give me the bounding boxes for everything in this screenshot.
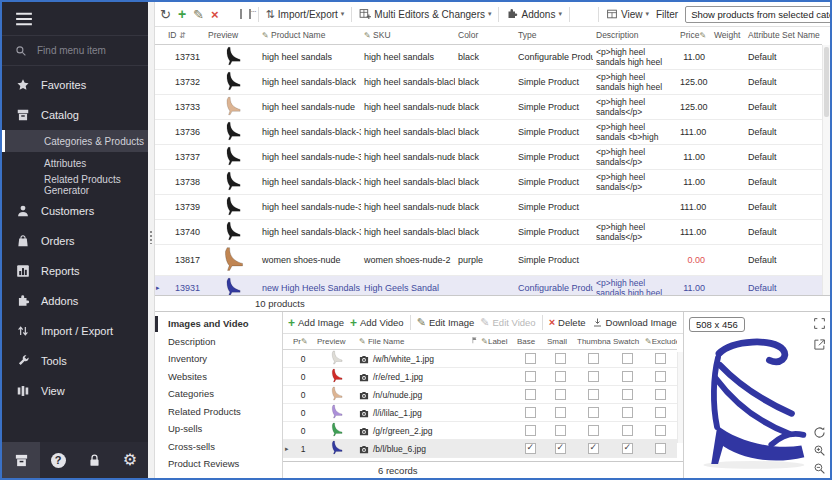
column-header-name[interactable]: ✎ Product Name [259, 27, 361, 45]
column-header-small[interactable]: Small [545, 334, 575, 350]
checkbox-exclude[interactable] [655, 389, 666, 400]
product-row[interactable]: 13740high heel sandals-black-38high heel… [155, 220, 822, 245]
image-row[interactable]: ▸1/b/l/blue_6.jpg [283, 440, 677, 458]
column-header-id[interactable]: ID ⇵ [165, 27, 205, 45]
image-row[interactable]: 0/l/i/lilac_1.jpg [283, 404, 677, 422]
addons-button[interactable]: Addons▾ [506, 8, 561, 20]
sidebar-item-customers[interactable]: Customers [2, 196, 148, 226]
column-header-weight[interactable]: Weight [711, 27, 745, 45]
lock-button[interactable] [76, 442, 112, 478]
add-video-button[interactable]: +Add Video [350, 317, 404, 329]
checkbox-thumbnail[interactable] [588, 353, 599, 364]
product-row[interactable]: 13737high heel sandals-nude-36high heel … [155, 145, 822, 170]
image-row[interactable]: 0/w/h/white_1.jpg [283, 350, 677, 368]
scrollbar-thumb[interactable] [824, 47, 829, 117]
checkbox-small[interactable] [555, 389, 566, 400]
sidebar-item-import-export[interactable]: Import / Export [2, 316, 148, 346]
column-header-price[interactable]: Price✎ [677, 27, 711, 45]
checkbox-thumbnail[interactable] [588, 389, 599, 400]
checkbox-exclude[interactable] [655, 371, 666, 382]
checkbox-thumbnail[interactable] [588, 443, 599, 454]
column-header-file-name[interactable]: ✎ File Name [357, 334, 469, 350]
checkbox-small[interactable] [555, 353, 566, 364]
multi-editors-button[interactable]: Multi Editors & Changers▾ [359, 8, 491, 20]
import-export-button[interactable]: ⇅ Import/Export▾ [266, 9, 345, 20]
product-row[interactable]: ▸13931new High Heels SandalsHigh Geels S… [155, 276, 822, 296]
sidebar-splitter[interactable] [148, 2, 155, 478]
checkbox-thumbnail[interactable] [588, 425, 599, 436]
checkbox-swatch[interactable] [622, 407, 633, 418]
column-header-position[interactable]: Pr✎ [291, 334, 315, 350]
checkbox-small[interactable] [555, 443, 566, 454]
tab-product-reviews[interactable]: Product Reviews [155, 455, 282, 473]
tab-up-sells[interactable]: Up-sells [155, 420, 282, 438]
select-checkbox-icon[interactable] [240, 9, 242, 19]
product-row[interactable]: 13733high heel sandals-nudehigh heel san… [155, 95, 822, 120]
column-header-preview[interactable]: Preview [315, 334, 357, 350]
column-header-label[interactable]: ✎Label [469, 334, 515, 350]
tab-cross-sells[interactable]: Cross-sells [155, 438, 282, 456]
sidebar-item-catalog[interactable]: Catalog [2, 100, 148, 130]
checkbox-exclude[interactable] [655, 425, 666, 436]
sidebar-item-attributes[interactable]: Attributes [2, 152, 148, 174]
help-button[interactable]: ? [40, 442, 76, 478]
checkbox-base[interactable] [525, 425, 536, 436]
edit-video-button[interactable]: ✎Edit Video [480, 317, 535, 328]
checkbox-exclude[interactable] [655, 443, 666, 454]
sidebar-item-view[interactable]: View [2, 376, 148, 406]
menu-toggle-button[interactable] [2, 2, 148, 36]
settings-button[interactable]: ⚙ [112, 442, 148, 478]
product-row[interactable]: 13732high heel sandals-blackhigh heel sa… [155, 70, 822, 95]
filter-select[interactable]: Show products from selected categories ▾ [685, 6, 832, 23]
column-header-attr-set[interactable]: Attribute Set Name [745, 27, 822, 45]
column-header-sku[interactable]: ✎ SKU [361, 27, 455, 45]
checkbox-thumbnail[interactable] [588, 407, 599, 418]
store-button[interactable] [2, 442, 40, 478]
column-header-thumbnail[interactable]: Thumbna [575, 334, 611, 350]
product-row[interactable]: 13738high heel sandals-black-37high heel… [155, 170, 822, 195]
checkbox-thumbnail[interactable] [588, 371, 599, 382]
checkbox-base[interactable] [525, 371, 536, 382]
checkbox-base[interactable] [525, 389, 536, 400]
column-header-preview[interactable]: Preview [205, 27, 259, 45]
image-row[interactable]: 0/g/r/green_2.jpg [283, 422, 677, 440]
checkbox-small[interactable] [555, 371, 566, 382]
product-row[interactable]: 13736high heel sandals-black-36high heel… [155, 120, 822, 145]
open-external-button[interactable] [813, 338, 826, 351]
zoom-in-button[interactable] [813, 444, 826, 457]
product-row[interactable]: 13817women shoes-nudewomen shoes-nude-2p… [155, 245, 822, 276]
add-image-button[interactable]: +Add Image [288, 317, 344, 329]
checkbox-exclude[interactable] [655, 407, 666, 418]
download-image-button[interactable]: Download Image [592, 317, 677, 328]
tab-images-and-video[interactable]: Images and Video [155, 315, 282, 333]
column-header-base[interactable]: Base [515, 334, 545, 350]
fullscreen-button[interactable] [813, 317, 826, 330]
checkbox-base[interactable] [525, 443, 536, 454]
edit-image-button[interactable]: ✎Edit Image [417, 317, 475, 328]
image-row[interactable]: 0/n/u/nude.jpg [283, 386, 677, 404]
column-header-swatch[interactable]: Swatch [611, 334, 643, 350]
rotate-button[interactable] [813, 426, 826, 439]
marker-column-header[interactable] [155, 27, 165, 45]
column-header-description[interactable]: Description [593, 27, 677, 45]
checkbox-exclude[interactable] [655, 353, 666, 364]
sidebar-item-categories-products[interactable]: Categories & Products [2, 130, 148, 152]
tab-description[interactable]: Description [155, 333, 282, 351]
menu-search-input[interactable] [35, 44, 135, 57]
sidebar-item-related-products-generator[interactable]: Related Products Generator [2, 174, 148, 196]
delete-image-button[interactable]: ×Delete [549, 317, 586, 328]
checkbox-swatch[interactable] [622, 389, 633, 400]
checkbox-swatch[interactable] [622, 443, 633, 454]
checkbox-swatch[interactable] [622, 353, 633, 364]
column-header-color[interactable]: Color [455, 27, 515, 45]
sidebar-item-tools[interactable]: Tools [2, 346, 148, 376]
view-button[interactable]: View▾ [606, 8, 649, 20]
sidebar-item-addons[interactable]: Addons [2, 286, 148, 316]
products-scrollbar[interactable] [822, 45, 830, 295]
checkbox-small[interactable] [555, 425, 566, 436]
checkbox-base[interactable] [525, 407, 536, 418]
product-row[interactable]: 13731high heel sandalshigh heel sandalsb… [155, 45, 822, 70]
sidebar-item-orders[interactable]: Orders [2, 226, 148, 256]
checkbox-small[interactable] [555, 407, 566, 418]
sidebar-item-reports[interactable]: Reports [2, 256, 148, 286]
